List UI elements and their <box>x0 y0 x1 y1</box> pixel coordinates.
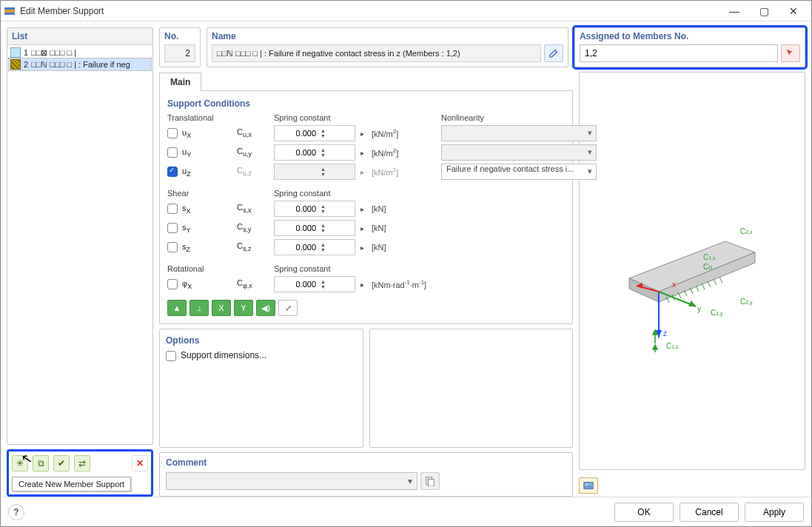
view-sound-button[interactable]: ◀) <box>256 300 275 316</box>
step-arrow-icon[interactable]: ▸ <box>358 130 369 138</box>
comment-combobox[interactable] <box>166 472 417 490</box>
spinner-sy[interactable]: ▲▼ <box>274 220 355 236</box>
assigned-label: Assigned to Members No. <box>580 31 800 41</box>
spin-up-icon[interactable]: ▲ <box>319 223 327 228</box>
col-spring3: Spring constant <box>274 264 355 273</box>
svg-rect-0 <box>4 10 15 13</box>
coef-phix: Cφ,x <box>237 278 271 289</box>
footer: ? OK Cancel Apply <box>1 497 811 526</box>
spin-down-icon[interactable]: ▼ <box>319 247 327 252</box>
unit-sx: [kN] <box>372 204 438 213</box>
spinner-sx[interactable]: ▲▼ <box>274 201 355 217</box>
view-axis-y-button[interactable]: Y <box>234 300 253 316</box>
value-sz[interactable] <box>275 243 319 252</box>
assigned-input[interactable] <box>580 44 778 62</box>
app-icon <box>4 5 16 17</box>
name-field[interactable]: □□ℕ □□□ □ | : Failure if negative contac… <box>212 44 541 62</box>
label-uy: uY <box>182 147 191 156</box>
apply-button[interactable]: Apply <box>745 503 804 522</box>
support-conditions-panel: Support Conditions Translational Spring … <box>159 91 573 324</box>
step-arrow-icon[interactable]: ▸ <box>358 244 369 252</box>
list-item[interactable]: 1 □□⊠ □□□ □ | <box>9 47 151 58</box>
step-arrow-icon[interactable]: ▸ <box>358 281 369 289</box>
svg-rect-2 <box>4 13 15 15</box>
duplicate-support-button[interactable]: ⧉ <box>33 455 49 471</box>
label-phix: φX <box>182 279 192 288</box>
view-axis-x-button[interactable]: X <box>212 300 231 316</box>
comment-library-button[interactable] <box>420 472 440 490</box>
list-item[interactable]: 2 □□ℕ □□□ □ | : Failure if neg <box>9 58 151 70</box>
maximize-button[interactable]: ▢ <box>749 1 779 21</box>
support-conditions-header: Support Conditions <box>167 98 565 109</box>
spin-up-icon[interactable]: ▲ <box>319 128 327 133</box>
coef-sz: Cs,z <box>237 241 271 252</box>
value-phix[interactable] <box>275 280 319 289</box>
spinner-uy[interactable]: ▲▼ <box>274 144 355 161</box>
pick-members-button[interactable] <box>781 44 800 62</box>
checkbox-support-dimensions[interactable] <box>166 351 176 361</box>
spin-down-icon[interactable]: ▼ <box>319 152 327 158</box>
svg-marker-27 <box>653 345 657 349</box>
sort-button[interactable]: ⇄ <box>74 455 90 471</box>
checkbox-sx[interactable] <box>167 204 178 214</box>
step-arrow-icon[interactable]: ▸ <box>358 205 369 213</box>
view-line-support-button[interactable]: ⟂ <box>189 300 209 316</box>
list-item-num: 1 <box>24 48 28 57</box>
spin-up-icon[interactable]: ▲ <box>319 204 327 209</box>
checkbox-uy[interactable] <box>167 147 178 158</box>
view-fit-button[interactable]: ⤢ <box>278 300 298 316</box>
options-panel: Options Support dimensions... <box>159 329 363 448</box>
preview-panel[interactable]: z x y C2,x C1,x <box>579 72 805 470</box>
step-arrow-icon[interactable]: ▸ <box>358 224 369 232</box>
pencil-icon <box>548 48 559 58</box>
spin-down-icon[interactable]: ▼ <box>319 133 327 138</box>
checkbox-uz[interactable] <box>167 167 178 177</box>
nonlinearity-ux[interactable] <box>441 125 597 141</box>
value-sy[interactable] <box>275 224 319 232</box>
label-support-dimensions: Support dimensions... <box>181 350 266 360</box>
empty-panel <box>369 329 574 448</box>
name-panel: Name □□ℕ □□□ □ | : Failure if negative c… <box>207 27 568 67</box>
preview-settings-button[interactable] <box>579 477 598 494</box>
ok-button[interactable]: OK <box>614 503 674 522</box>
list-body[interactable]: 1 □□⊠ □□□ □ | 2 □□ℕ □□□ □ | : Failure if… <box>7 45 152 444</box>
checkbox-sy[interactable] <box>167 223 178 233</box>
value-ux[interactable] <box>275 129 319 138</box>
svg-text:C2,y: C2,y <box>740 298 753 306</box>
checkbox-ux[interactable] <box>167 128 178 138</box>
svg-text:C2,x: C2,x <box>740 227 753 235</box>
edit-name-button[interactable] <box>544 44 563 62</box>
spin-up-icon[interactable]: ▲ <box>319 147 327 152</box>
list-item-desc: □□ℕ □□□ □ | : Failure if neg <box>31 60 130 70</box>
unit-phix: [kNm·rad-1·m-1] <box>372 279 597 289</box>
cancel-button[interactable]: Cancel <box>680 503 739 522</box>
spin-down-icon[interactable]: ▼ <box>319 228 327 233</box>
spinner-phix[interactable]: ▲▼ <box>274 276 355 292</box>
delete-support-button[interactable]: ✕ <box>132 455 148 471</box>
spinner-sz[interactable]: ▲▼ <box>274 239 355 255</box>
nonlinearity-uz[interactable]: Failure if negative contact stress i... <box>441 164 597 180</box>
spin-down-icon[interactable]: ▼ <box>319 209 327 214</box>
tabbar: Main <box>159 72 573 91</box>
view-single-support-button[interactable]: ▲ <box>167 300 187 316</box>
value-sx[interactable] <box>275 204 319 213</box>
include-unused-button[interactable]: ✔ <box>53 455 70 471</box>
checkbox-sz[interactable] <box>167 242 178 252</box>
tab-main[interactable]: Main <box>159 73 201 91</box>
unit-uy: [kN/m2] <box>372 147 438 158</box>
spin-up-icon[interactable]: ▲ <box>319 279 327 284</box>
spin-down-icon: ▼ <box>319 172 327 177</box>
new-support-button[interactable]: ✳ <box>12 455 28 471</box>
spin-up-icon: ▲ <box>319 167 327 172</box>
spin-up-icon[interactable]: ▲ <box>319 242 327 247</box>
value-uy[interactable] <box>275 148 319 157</box>
help-button[interactable]: ? <box>8 504 24 520</box>
minimize-button[interactable]: — <box>719 1 749 21</box>
spinner-ux[interactable]: ▲▼ <box>274 125 355 141</box>
close-button[interactable]: ✕ <box>779 1 808 21</box>
note-icon <box>425 476 435 486</box>
step-arrow-icon[interactable]: ▸ <box>358 149 369 157</box>
checkbox-phix[interactable] <box>167 279 178 289</box>
spin-down-icon[interactable]: ▼ <box>319 284 327 289</box>
nonlinearity-uy[interactable] <box>441 144 597 161</box>
